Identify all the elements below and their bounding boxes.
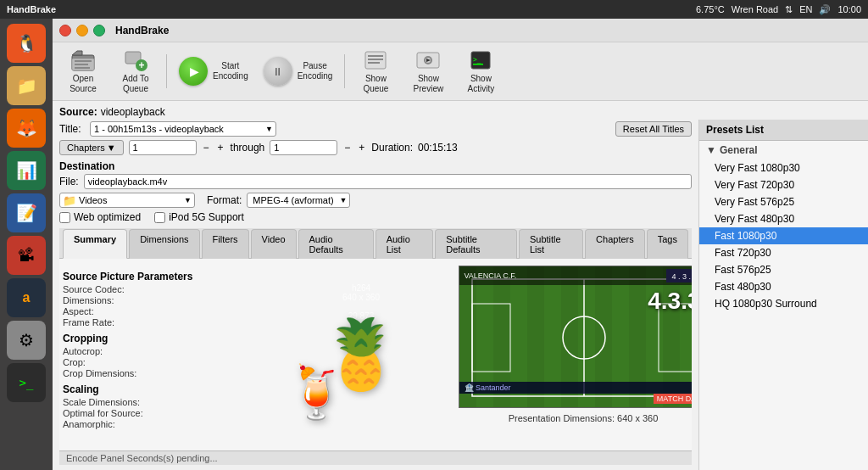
tab-audio-defaults[interactable]: Audio Defaults [298, 229, 374, 259]
sidebar-icon-calc[interactable]: 📊 [7, 151, 46, 190]
tab-summary[interactable]: Summary [63, 229, 127, 259]
format-select[interactable]: MPEG-4 (avformat) [247, 193, 350, 208]
impress-icon: 📽 [18, 247, 35, 264]
open-source-label: OpenSource [70, 74, 97, 94]
app-name-label: HandBrake [7, 4, 56, 14]
preset-very-fast-576p25[interactable]: Very Fast 576p25 [699, 193, 868, 210]
system-bar-right: 6.75°C Wren Road ⇅ EN 🔊 10:00 [696, 4, 861, 15]
folder-select-wrapper: 📁 Videos [59, 193, 195, 208]
chapters-to-plus-icon[interactable]: + [357, 142, 366, 154]
preset-hq-1080p30-surround[interactable]: HQ 1080p30 Surround [699, 295, 868, 312]
preset-group-label: General [720, 144, 758, 156]
preset-very-fast-720p30[interactable]: Very Fast 720p30 [699, 176, 868, 193]
anamorphic-key: Anamorphic: [63, 419, 156, 429]
match-day-badge: MATCH DAY [654, 394, 692, 404]
title-select-wrapper: 1 - 00h15m13s - videoplayback [90, 121, 276, 137]
file-label: File: [59, 176, 79, 187]
chapters-to-input[interactable] [270, 140, 337, 155]
preset-fast-480p30[interactable]: Fast 480p30 [699, 278, 868, 295]
source-codec-row: Source Codec: [63, 284, 266, 294]
sidebar-icon-impress[interactable]: 📽 [7, 236, 46, 275]
show-activity-icon: >_ [468, 48, 493, 72]
frame-rate-row: Frame Rate: [63, 317, 266, 327]
svg-rect-3 [75, 64, 88, 65]
sidebar-icon-ubuntu[interactable]: 🐧 [7, 24, 46, 63]
window-title: HandBrake [115, 25, 169, 36]
tab-subtitle-list[interactable]: Subtitle List [519, 229, 583, 259]
add-to-queue-button[interactable]: + Add ToQueue [110, 46, 161, 97]
ipod-support-checkbox[interactable] [154, 212, 165, 223]
minimize-button[interactable] [76, 25, 88, 36]
illustration-container: h264640 x 36029.873 🍍 🍹 [276, 278, 446, 431]
play-icon[interactable] [179, 57, 208, 86]
preset-very-fast-1080p30[interactable]: Very Fast 1080p30 [699, 159, 868, 176]
web-optimized-checkbox[interactable] [59, 212, 70, 223]
folder-select[interactable]: Videos [59, 193, 195, 208]
sidebar-icon-terminal[interactable]: >_ [7, 363, 46, 402]
desktop-sidebar: 🐧 📁 🦊 📊 📝 📽 a ⚙ >_ [0, 19, 53, 470]
toolbar-divider-1 [166, 54, 167, 88]
sidebar-icon-amazon[interactable]: a [7, 278, 46, 317]
close-button[interactable] [59, 25, 71, 36]
chapters-minus-icon[interactable]: − [202, 142, 211, 154]
title-select[interactable]: 1 - 00h15m13s - videoplayback [90, 121, 276, 137]
chapters-select-button[interactable]: Chapters ▼ [59, 140, 124, 155]
svg-rect-11 [368, 62, 380, 64]
tab-subtitle-defaults[interactable]: Subtitle Defaults [435, 229, 517, 259]
title-bar: HandBrake [53, 19, 868, 42]
preset-fast-720p30[interactable]: Fast 720p30 [699, 244, 868, 261]
tab-tags[interactable]: Tags [647, 229, 688, 259]
tab-video[interactable]: Video [251, 229, 297, 259]
presentation-label-text: Presentation Dimensions: [509, 413, 615, 423]
system-bar-left: HandBrake [7, 4, 56, 14]
chapters-plus-icon[interactable]: + [216, 142, 225, 154]
calc-icon: 📊 [16, 162, 37, 179]
sidebar-icon-files[interactable]: 📁 [7, 66, 46, 105]
svg-text:>_: >_ [473, 56, 481, 64]
destination-section: Destination File: 📁 Videos Format: [59, 160, 692, 223]
sidebar-icon-writer[interactable]: 📝 [7, 193, 46, 232]
maximize-button[interactable] [93, 25, 105, 36]
tab-audio-list[interactable]: Audio List [376, 229, 434, 259]
show-preview-button[interactable]: ShowPreview [403, 46, 453, 97]
start-encoding-button[interactable]: StartEncoding [172, 54, 255, 88]
sidebar-icon-firefox[interactable]: 🦊 [7, 109, 46, 148]
chapters-from-input[interactable] [129, 140, 197, 155]
destination-file-row: File: [59, 174, 692, 189]
ipod-support-label[interactable]: iPod 5G Support [154, 211, 244, 223]
file-input[interactable] [84, 174, 692, 189]
preset-very-fast-480p30[interactable]: Very Fast 480p30 [699, 210, 868, 227]
ipod-support-text: iPod 5G Support [169, 211, 244, 223]
sidebar-icon-settings[interactable]: ⚙ [7, 321, 46, 360]
keyboard-label: EN [799, 4, 812, 14]
chapters-to-minus-icon[interactable]: − [342, 142, 352, 154]
preset-group-chevron: ▼ [706, 144, 716, 156]
system-bar: HandBrake 6.75°C Wren Road ⇅ EN 🔊 10:00 [0, 0, 868, 19]
start-encoding-label: StartEncoding [213, 61, 248, 81]
open-source-icon [70, 48, 96, 72]
tab-chapters[interactable]: Chapters [585, 229, 645, 259]
pause-encoding-button[interactable]: PauseEncoding [257, 54, 340, 88]
frame-rate-key: Frame Rate: [63, 317, 156, 327]
preset-fast-576p25[interactable]: Fast 576p25 [699, 261, 868, 278]
score-text: 4 . 3 . 3 [671, 272, 692, 281]
tab-dimensions[interactable]: Dimensions [129, 229, 199, 259]
optimal-row: Optimal for Source: [63, 408, 266, 418]
scale-dim-key: Scale Dimensions: [63, 397, 156, 407]
writer-icon: 📝 [16, 204, 37, 221]
sponsor-bar: 🏦 Santander [459, 382, 693, 394]
svg-rect-4 [75, 67, 90, 69]
preset-fast-1080p30[interactable]: Fast 1080p30 [699, 227, 868, 244]
destination-section-label: Destination [59, 160, 692, 172]
show-queue-button[interactable]: ShowQueue [350, 46, 401, 97]
status-text: Encode Panel Seconds(s) pending... [66, 453, 218, 463]
duration-value: 00:15:13 [418, 142, 458, 154]
web-optimized-label[interactable]: Web optimized [59, 211, 141, 223]
pause-icon[interactable] [264, 57, 292, 86]
show-activity-button[interactable]: >_ ShowActivity [455, 46, 506, 97]
show-preview-icon-area [415, 48, 441, 72]
reset-all-titles-button[interactable]: Reset All Titles [615, 121, 692, 137]
open-source-button[interactable]: OpenSource [58, 46, 108, 97]
tab-filters[interactable]: Filters [202, 229, 249, 259]
title-row: Title: 1 - 00h15m13s - videoplayback Res… [59, 121, 692, 137]
